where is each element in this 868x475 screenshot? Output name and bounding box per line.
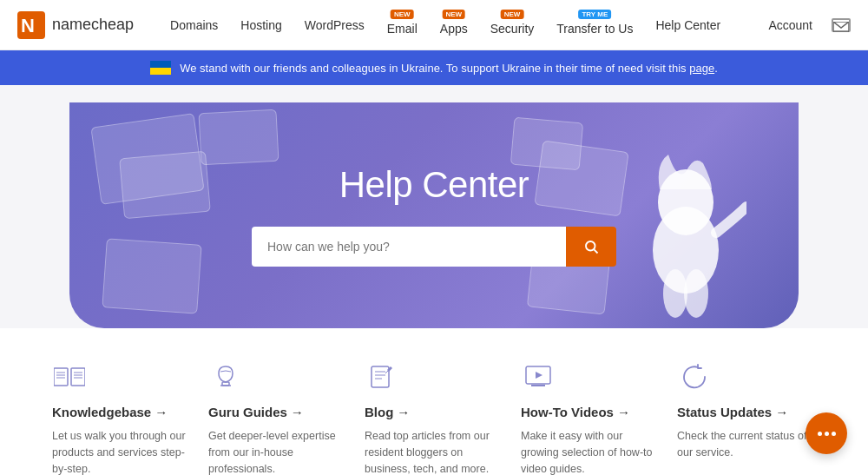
nav-label-wordpress: WordPress — [305, 18, 365, 32]
hero-search-bar — [252, 227, 616, 267]
nav-label-hosting: Hosting — [240, 18, 281, 32]
hero-content: Help Center — [252, 164, 616, 267]
card-how-to-videos: How-To Videos → Make it easy with our gr… — [521, 363, 660, 475]
ukraine-flag — [150, 61, 171, 75]
blog-desc: Read top articles from our resident blog… — [365, 428, 503, 475]
how-to-videos-icon — [521, 363, 556, 391]
hero-character — [625, 137, 746, 328]
svg-text:N: N — [21, 15, 35, 36]
card-status-updates: Status Updates → Check the current statu… — [677, 363, 816, 475]
hero-title: Help Center — [252, 164, 616, 206]
guru-guides-desc: Get deeper-level expertise from our in-h… — [208, 428, 347, 475]
nav-item-security[interactable]: NEW Security — [480, 8, 545, 43]
search-input[interactable] — [252, 227, 566, 267]
svg-rect-3 — [150, 61, 171, 68]
guru-guides-title[interactable]: Guru Guides → — [208, 405, 347, 419]
nav-item-domains[interactable]: Domains — [160, 11, 228, 39]
nav-label-domains: Domains — [170, 18, 218, 32]
hero-section: Help Center — [69, 102, 799, 328]
knowledgebase-desc: Let us walk you through our products and… — [52, 428, 191, 475]
security-badge: NEW — [501, 10, 524, 19]
account-button[interactable]: Account — [758, 11, 823, 39]
logo-text: namecheap — [52, 16, 134, 34]
card-guru-guides: Guru Guides → Get deeper-level expertise… — [208, 363, 347, 475]
deco-window-3 — [198, 109, 279, 166]
knowledgebase-title[interactable]: Knowledgebase → — [52, 405, 191, 419]
svg-line-6 — [594, 249, 597, 253]
nav-item-wordpress[interactable]: WordPress — [294, 11, 375, 39]
transfer-badge: TRY ME — [578, 10, 611, 19]
banner-text: We stand with our friends and colleagues… — [180, 62, 718, 75]
nav-item-transfer[interactable]: TRY ME Transfer to Us — [546, 8, 643, 43]
search-button[interactable] — [566, 227, 616, 267]
deco-window-4 — [102, 238, 201, 313]
nav-label-helpcenter: Help Center — [655, 18, 720, 32]
svg-line-25 — [385, 368, 391, 373]
email-badge: NEW — [391, 10, 414, 19]
apps-badge: NEW — [442, 10, 465, 19]
deco-window-2 — [119, 151, 211, 219]
svg-rect-4 — [150, 68, 171, 75]
header: N namecheap Domains Hosting WordPress NE… — [0, 0, 868, 50]
svg-point-5 — [586, 241, 595, 251]
status-updates-desc: Check the current status of our service. — [677, 428, 816, 461]
nav-item-hosting[interactable]: Hosting — [230, 11, 292, 39]
nav-item-email[interactable]: NEW Email — [377, 8, 428, 43]
how-to-videos-title[interactable]: How-To Videos → — [521, 405, 660, 419]
svg-marker-27 — [536, 372, 542, 379]
card-knowledgebase: Knowledgebase → Let us walk you through … — [52, 363, 191, 475]
header-right: Account — [758, 11, 851, 39]
banner-link[interactable]: page — [689, 62, 714, 75]
how-to-videos-desc: Make it easy with our growing selection … — [521, 428, 660, 475]
ukraine-banner: We stand with our friends and colleagues… — [0, 50, 868, 85]
nav-label-transfer: Transfer to Us — [556, 22, 633, 36]
status-updates-icon — [677, 363, 712, 391]
logo[interactable]: N namecheap — [17, 11, 134, 39]
mail-icon[interactable] — [832, 18, 851, 32]
chat-dots — [818, 432, 836, 436]
svg-rect-21 — [372, 366, 389, 387]
blog-icon — [365, 363, 399, 391]
blog-title[interactable]: Blog → — [365, 405, 503, 419]
svg-rect-11 — [54, 368, 68, 386]
nav-item-apps[interactable]: NEW Apps — [430, 8, 478, 43]
nav-item-helpcenter[interactable]: Help Center — [645, 11, 731, 39]
search-icon — [583, 239, 599, 254]
cards-section: Knowledgebase → Let us walk you through … — [0, 328, 868, 475]
guru-guides-icon — [208, 363, 243, 391]
card-blog: Blog → Read top articles from our reside… — [365, 363, 503, 475]
nav-label-email: Email — [387, 22, 418, 36]
nav-label-security: Security — [490, 22, 535, 36]
nav-label-apps: Apps — [440, 22, 468, 36]
knowledgebase-icon — [52, 363, 87, 391]
logo-icon: N — [17, 11, 45, 39]
svg-rect-12 — [71, 368, 85, 386]
svg-point-10 — [684, 269, 708, 318]
svg-point-9 — [663, 269, 687, 318]
main-nav: Domains Hosting WordPress NEW Email NEW … — [160, 8, 758, 43]
chat-bubble[interactable] — [806, 412, 847, 454]
status-updates-title[interactable]: Status Updates → — [677, 405, 816, 419]
